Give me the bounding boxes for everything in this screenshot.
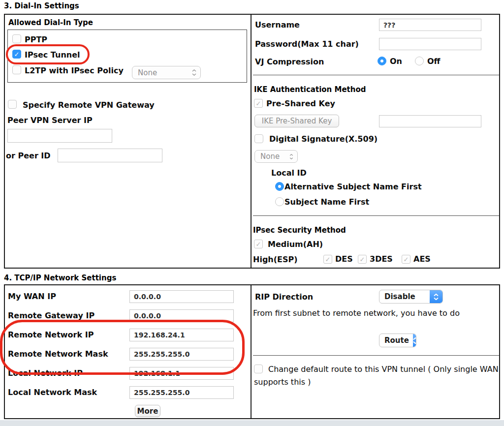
vj-off-radio[interactable] xyxy=(415,57,424,65)
remote-network-ip-input[interactable] xyxy=(129,329,234,341)
more-button-label: More xyxy=(137,407,158,416)
username-input[interactable] xyxy=(379,19,481,31)
row-label: Remote Network Mask xyxy=(8,349,108,359)
peer-id-input[interactable] xyxy=(58,149,162,162)
remote-network-mask-input[interactable] xyxy=(129,348,234,361)
chevron-updown-icon xyxy=(289,154,293,159)
ike-preshared-key-button[interactable]: IKE Pre-Shared Key xyxy=(254,115,339,127)
more-button[interactable]: More xyxy=(135,405,160,417)
remote-gateway-ip-input[interactable] xyxy=(129,309,234,322)
change-default-route-row: Change default route to this VPN tunnel … xyxy=(254,363,499,389)
alt-subject-radio[interactable] xyxy=(275,182,284,191)
alt-subject-label: Alternative Subject Name First xyxy=(284,182,422,191)
password-input[interactable] xyxy=(379,38,481,50)
certificate-select-value: None xyxy=(260,152,289,161)
rip-direction-label: RIP Direction xyxy=(255,292,313,302)
l2tp-label: L2TP with IPsec Policy xyxy=(25,66,124,75)
aes-label: AES xyxy=(413,254,431,264)
digital-signature-label: Digital Signature(X.509) xyxy=(269,134,378,144)
peer-vpn-server-ip-input[interactable] xyxy=(7,129,112,143)
medium-ah-checkbox[interactable] xyxy=(254,240,263,248)
ipsec-security-method-heading: IPsec Security Method xyxy=(253,226,346,235)
preshared-key-label: Pre-Shared Key xyxy=(266,99,335,108)
local-network-ip-input[interactable] xyxy=(129,367,234,380)
specify-remote-gateway-label: Specify Remote VPN Gateway xyxy=(23,100,155,110)
vpn-settings-page: 3. Dial-In Settings Allowed Dial-In Type… xyxy=(0,0,504,426)
ipsec-tunnel-checkbox[interactable] xyxy=(12,50,21,59)
medium-ah-label: Medium(AH) xyxy=(268,240,323,249)
l2tp-policy-value: None xyxy=(138,68,192,77)
section-divider xyxy=(253,75,499,75)
vj-off-label: Off xyxy=(427,57,441,66)
vj-compression-label: VJ Compression xyxy=(255,57,324,66)
peer-id-label: or Peer ID xyxy=(6,151,51,160)
des-label: DES xyxy=(335,254,353,264)
aes-checkbox[interactable] xyxy=(402,255,410,264)
certificate-select[interactable]: None xyxy=(254,150,298,163)
high-esp-label: High(ESP) xyxy=(253,255,298,264)
subject-first-radio[interactable] xyxy=(275,197,284,206)
tripledes-label: 3DES xyxy=(370,254,393,264)
preshared-key-checkbox[interactable] xyxy=(254,99,263,108)
section3-title: 3. Dial-In Settings xyxy=(4,1,79,10)
chevron-updown-icon xyxy=(413,334,416,347)
peer-vpn-server-ip-label: Peer VPN Server IP xyxy=(7,116,93,125)
change-default-route-checkbox[interactable] xyxy=(254,365,263,373)
section-divider xyxy=(253,215,499,216)
chevron-updown-icon xyxy=(192,69,196,76)
digital-signature-checkbox[interactable] xyxy=(254,134,263,143)
local-network-mask-input[interactable] xyxy=(129,386,234,399)
row-label: Local Network IP xyxy=(8,368,83,378)
pptp-label: PPTP xyxy=(25,35,47,44)
specify-remote-gateway-checkbox[interactable] xyxy=(8,100,17,109)
row-label: Local Network Mask xyxy=(8,388,97,397)
local-id-label: Local ID xyxy=(271,168,307,178)
ike-preshared-key-button-label: IKE Pre-Shared Key xyxy=(262,117,332,125)
password-label: Password(Max 11 char) xyxy=(255,39,359,49)
l2tp-checkbox[interactable] xyxy=(12,65,21,74)
route-select-value: Route xyxy=(379,334,413,347)
chevron-updown-icon xyxy=(430,290,442,303)
section-divider xyxy=(253,355,499,356)
change-default-route-label: Change default route to this VPN tunnel … xyxy=(254,365,499,387)
my-wan-ip-input[interactable] xyxy=(129,290,234,303)
row-label: Remote Network IP xyxy=(8,330,94,339)
ipsec-tunnel-label: IPsec Tunnel xyxy=(25,50,80,60)
vj-on-radio[interactable] xyxy=(378,57,386,65)
page-bottom-strip xyxy=(0,420,504,426)
l2tp-policy-select[interactable]: None xyxy=(132,66,201,79)
ike-auth-heading: IKE Authentication Method xyxy=(254,85,366,94)
ike-preshared-key-input[interactable] xyxy=(379,115,481,127)
subnet-route-text: From first subnet to remote network, you… xyxy=(253,307,492,320)
row-label: Remote Gateway IP xyxy=(8,311,94,320)
rip-direction-value: Disable xyxy=(379,290,430,303)
rip-direction-select[interactable]: Disable xyxy=(379,290,443,304)
allowed-dial-in-type-heading: Allowed Dial-In Type xyxy=(8,18,93,27)
pptp-checkbox[interactable] xyxy=(12,34,21,43)
username-label: Username xyxy=(255,20,300,30)
panel-divider xyxy=(251,14,252,269)
subject-first-label: Subject Name First xyxy=(284,197,369,207)
section4-title: 4. TCP/IP Network Settings xyxy=(4,274,116,282)
des-checkbox[interactable] xyxy=(323,255,332,264)
row-label: My WAN IP xyxy=(8,292,56,301)
panel-divider xyxy=(251,284,252,419)
route-select[interactable]: Route xyxy=(379,334,416,347)
vj-on-label: On xyxy=(390,57,402,66)
tripledes-checkbox[interactable] xyxy=(358,255,367,264)
